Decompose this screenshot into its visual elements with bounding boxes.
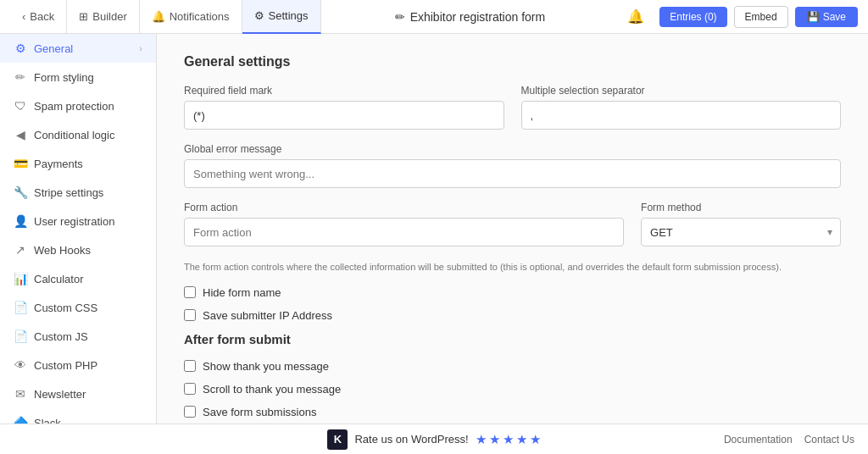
star-1[interactable]: ★ [476,432,487,447]
logo: K [327,429,348,450]
global-error-input[interactable] [184,159,841,188]
form-action-input[interactable] [184,218,624,246]
spam-protection-icon: 🛡 [14,99,27,113]
sidebar-label-calculator: Calculator [34,273,84,285]
alert-bell-button[interactable]: 🔔 [619,8,653,25]
scroll-to-thank-you-checkbox[interactable] [184,383,196,395]
builder-button[interactable]: ⊞ Builder [67,0,139,34]
sidebar-item-custom-php[interactable]: 👁 Custom PHP [0,351,156,379]
sidebar-item-payments[interactable]: 💳 Payments [0,149,156,178]
sidebar-item-web-hooks[interactable]: ↗ Web Hooks [0,235,156,264]
sidebar: ⚙ General › ✏ Form styling 🛡 Spam protec… [0,34,157,424]
embed-button[interactable]: Embed [734,6,788,28]
builder-icon: ⊞ [79,10,88,23]
sidebar-label-custom-php: Custom PHP [34,359,97,372]
form-action-label: Form action [184,202,624,213]
save-label: Save [823,11,846,23]
multiple-selection-separator-group: Multiple selection separator [521,85,842,130]
sidebar-item-form-styling[interactable]: ✏ Form styling [0,63,156,91]
general-icon: ⚙ [14,42,27,55]
webhooks-icon: ↗ [14,243,27,257]
scroll-to-thank-you-row: Scroll to thank you message [184,383,841,396]
back-label: Back [30,10,54,23]
hide-form-name-checkbox[interactable] [184,286,196,298]
global-error-row: Global error message [184,143,841,188]
star-5[interactable]: ★ [530,432,541,447]
sidebar-item-newsletter[interactable]: ✉ Newsletter [0,379,156,408]
embed-label: Embed [745,11,777,23]
form-method-group: Form method GET POST [641,202,841,246]
form-action-group: Form action [184,202,624,246]
topbar-right: 🔔 Entries (0) Embed 💾 Save [619,6,858,28]
field-marks-row: Required field mark Multiple selection s… [184,85,841,130]
sidebar-label-custom-css: Custom CSS [34,302,97,314]
sidebar-item-custom-css[interactable]: 📄 Custom CSS [0,293,156,322]
star-2[interactable]: ★ [489,432,500,447]
required-field-mark-input[interactable] [184,101,504,130]
settings-label: Settings [269,9,309,22]
save-submitter-ip-row: Save submitter IP Address [184,309,841,322]
sidebar-item-slack[interactable]: 🔷 Slack [0,408,156,424]
form-method-select[interactable]: GET POST [641,218,841,246]
custom-js-icon: 📄 [14,329,27,343]
sidebar-label-user-registration: User registration [34,215,114,228]
sidebar-label-newsletter: Newsletter [34,388,86,401]
edit-icon: ✏ [395,10,405,24]
form-title-text: Exhibitor registration form [410,10,546,24]
sidebar-label-slack: Slack [34,417,61,424]
save-submitter-ip-checkbox[interactable] [184,309,196,321]
sidebar-label-spam-protection: Spam protection [34,100,114,113]
bell-icon: 🔔 [152,10,165,23]
sidebar-item-spam-protection[interactable]: 🛡 Spam protection [0,91,156,120]
topbar: ‹ Back ⊞ Builder 🔔 Notifications ⚙ Setti… [0,0,868,34]
newsletter-icon: ✉ [14,387,27,401]
star-3[interactable]: ★ [503,432,514,447]
calculator-icon: 📊 [14,272,27,285]
save-button[interactable]: 💾 Save [795,7,858,27]
sidebar-label-web-hooks: Web Hooks [34,244,91,257]
after-form-submit-title: After form submit [184,332,841,346]
entries-label: Entries (0) [670,11,716,23]
sidebar-item-user-registration[interactable]: 👤 User registration [0,207,156,235]
back-button[interactable]: ‹ Back [10,0,67,34]
topbar-left: ‹ Back ⊞ Builder 🔔 Notifications ⚙ Setti… [10,0,321,34]
entries-button[interactable]: Entries (0) [659,7,726,27]
notifications-label: Notifications [170,10,230,23]
builder-label: Builder [92,10,126,23]
show-thank-you-row: Show thank you message [184,360,841,373]
sidebar-item-stripe-settings[interactable]: 🔧 Stripe settings [0,178,156,207]
stripe-icon: 🔧 [14,185,27,199]
sidebar-label-conditional-logic: Conditional logic [34,129,114,141]
form-action-row: Form action Form method GET POST [184,202,841,246]
form-styling-icon: ✏ [14,70,27,84]
form-title: ✏ Exhibitor registration form [321,10,620,24]
save-form-submissions-checkbox[interactable] [184,406,196,418]
custom-css-icon: 📄 [14,301,27,314]
slack-icon: 🔷 [14,416,27,424]
star-4[interactable]: ★ [516,432,527,447]
show-thank-you-checkbox[interactable] [184,360,196,372]
settings-button[interactable]: ⚙ Settings [242,0,321,34]
general-settings-title: General settings [184,54,841,69]
required-field-mark-label: Required field mark [184,85,504,97]
main-layout: ⚙ General › ✏ Form styling 🛡 Spam protec… [0,34,868,424]
form-method-select-wrapper: GET POST [641,218,841,246]
sidebar-item-conditional-logic[interactable]: ◀ Conditional logic [0,120,156,149]
sidebar-item-custom-js[interactable]: 📄 Custom JS [0,322,156,351]
save-icon: 💾 [807,11,820,23]
global-error-group: Global error message [184,143,841,188]
user-registration-icon: 👤 [14,214,27,228]
multiple-selection-separator-input[interactable] [521,101,842,130]
hide-form-name-row: Hide form name [184,286,841,299]
contact-us-link[interactable]: Contact Us [804,434,854,446]
payments-icon: 💳 [14,157,27,170]
sidebar-item-general[interactable]: ⚙ General › [0,34,156,63]
save-form-submissions-label: Save form submissions [203,406,316,418]
documentation-link[interactable]: Documentation [724,434,793,446]
sidebar-item-calculator[interactable]: 📊 Calculator [0,264,156,293]
sidebar-label-stripe-settings: Stripe settings [34,186,103,199]
notifications-button[interactable]: 🔔 Notifications [140,0,242,34]
settings-content: General settings Required field mark Mul… [157,34,868,424]
conditional-logic-icon: ◀ [14,128,27,141]
sidebar-label-payments: Payments [34,158,83,170]
